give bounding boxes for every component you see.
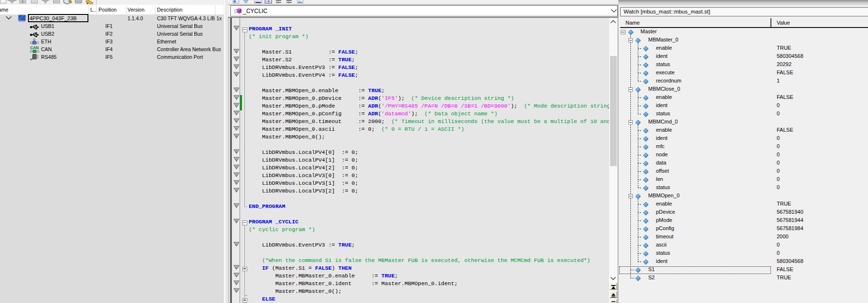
- svg-text:CAN: CAN: [30, 45, 39, 50]
- svg-text:s: s: [30, 57, 31, 60]
